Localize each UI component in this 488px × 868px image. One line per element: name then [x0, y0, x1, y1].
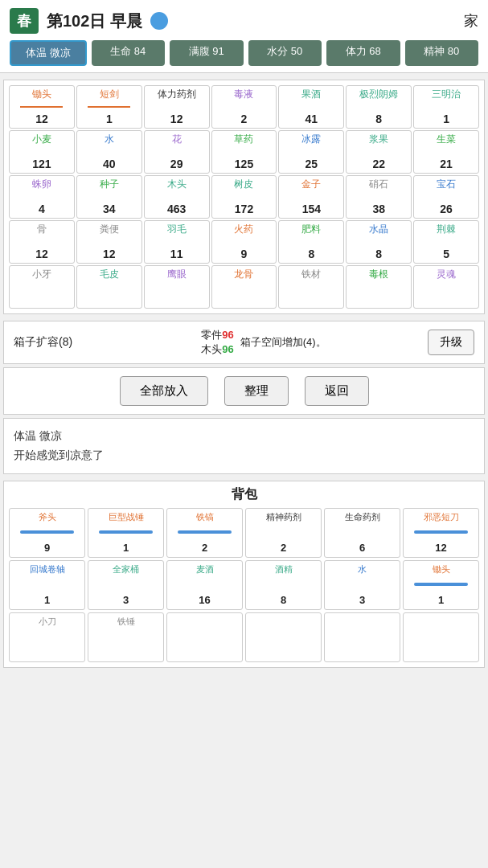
- inventory-item-14[interactable]: 蛛卵4: [9, 175, 75, 219]
- backpack-item-13[interactable]: 铁锤: [88, 612, 164, 662]
- inventory-item-21[interactable]: 骨12: [9, 220, 75, 264]
- inventory-item-1[interactable]: 短剑1: [76, 85, 142, 129]
- blue-circle-icon: [150, 12, 168, 30]
- item-count-24: 9: [241, 248, 248, 260]
- inventory-item-11[interactable]: 冰露25: [278, 130, 344, 174]
- bp-count-8: 16: [199, 594, 210, 606]
- bp-item-name-1: 巨型战锤: [109, 512, 144, 523]
- item-name-29: 毛皮: [100, 268, 119, 280]
- inventory-item-22[interactable]: 粪便12: [76, 220, 142, 264]
- inventory-item-13[interactable]: 生菜21: [413, 130, 479, 174]
- backpack-item-0[interactable]: 斧头9: [9, 508, 85, 558]
- backpack-item-4[interactable]: 生命药剂6: [324, 508, 400, 558]
- bp-count-1: 1: [123, 542, 129, 554]
- inventory-item-9[interactable]: 花29: [144, 130, 210, 174]
- stat-item-3: 水分 50: [248, 40, 322, 66]
- inventory-item-5[interactable]: 极烈朗姆8: [346, 85, 412, 129]
- inventory-item-18[interactable]: 金子154: [278, 175, 344, 219]
- inventory-item-10[interactable]: 草药125: [211, 130, 277, 174]
- inventory-item-3[interactable]: 毒液2: [211, 85, 277, 129]
- bp-item-name-6: 回城卷轴: [30, 564, 65, 575]
- inventory-item-17[interactable]: 树皮172: [211, 175, 277, 219]
- backpack-item-6[interactable]: 回城卷轴1: [9, 560, 85, 610]
- backpack-item-16[interactable]: [324, 612, 400, 662]
- put-all-button[interactable]: 全部放入: [120, 376, 208, 406]
- bp-count-6: 1: [44, 594, 50, 606]
- stat-item-4: 体力 68: [326, 40, 400, 66]
- bp-item-name-11: 锄头: [433, 564, 450, 575]
- item-name-8: 水: [105, 133, 114, 145]
- backpack-item-14[interactable]: [166, 612, 243, 662]
- backpack-item-2[interactable]: 铁镐2: [166, 508, 243, 558]
- bp-item-name-3: 精神药剂: [266, 512, 301, 523]
- item-name-16: 木头: [167, 178, 187, 190]
- inventory-item-4[interactable]: 果酒41: [278, 85, 344, 129]
- backpack-item-17[interactable]: [403, 612, 479, 662]
- inventory-item-15[interactable]: 种子34: [76, 175, 142, 219]
- backpack-item-15[interactable]: [245, 612, 322, 662]
- backpack-item-9[interactable]: 酒精8: [245, 560, 322, 610]
- stat-item-5: 精神 80: [405, 40, 479, 66]
- backpack-item-10[interactable]: 水3: [324, 560, 400, 610]
- backpack-item-3[interactable]: 精神药剂2: [245, 508, 322, 558]
- bp-item-name-13: 铁锤: [117, 616, 135, 628]
- item-name-10: 草药: [234, 133, 253, 145]
- backpack-item-5[interactable]: 邪恶短刀12: [403, 508, 479, 558]
- item-count-0: 12: [35, 113, 48, 125]
- item-name-21: 骨: [37, 223, 47, 235]
- item-count-9: 29: [170, 158, 183, 170]
- bp-item-name-0: 斧头: [39, 512, 56, 523]
- bp-item-name-5: 邪恶短刀: [424, 512, 459, 523]
- inventory-item-31[interactable]: 龙骨: [211, 265, 277, 309]
- inventory-item-0[interactable]: 锄头12: [9, 85, 75, 129]
- inventory-item-16[interactable]: 木头463: [144, 175, 210, 219]
- status-box: 体温 微凉 开始感觉到凉意了: [3, 418, 485, 474]
- item-name-0: 锄头: [32, 88, 51, 100]
- inventory-item-26[interactable]: 水晶8: [346, 220, 412, 264]
- inventory-item-24[interactable]: 火药9: [211, 220, 277, 264]
- inventory-item-19[interactable]: 硝石38: [346, 175, 412, 219]
- bp-count-4: 6: [359, 542, 365, 554]
- inventory-item-20[interactable]: 宝石26: [413, 175, 479, 219]
- stat-item-2: 满腹 91: [170, 40, 244, 66]
- item-count-20: 26: [440, 203, 453, 215]
- inventory-item-29[interactable]: 毛皮: [76, 265, 142, 309]
- inventory-item-30[interactable]: 鹰眼: [144, 265, 210, 309]
- stat-item-0: 体温 微凉: [10, 40, 87, 66]
- back-button[interactable]: 返回: [305, 376, 369, 406]
- item-name-30: 鹰眼: [167, 268, 187, 280]
- inventory-item-8[interactable]: 水40: [76, 130, 142, 174]
- item-count-21: 12: [35, 248, 48, 260]
- item-name-2: 体力药剂: [158, 88, 196, 100]
- backpack-item-1[interactable]: 巨型战锤1: [88, 508, 164, 558]
- backpack-item-12[interactable]: 小刀: [9, 612, 85, 662]
- backpack-item-7[interactable]: 全家桶3: [88, 560, 164, 610]
- inventory-item-23[interactable]: 羽毛11: [144, 220, 210, 264]
- inventory-item-33[interactable]: 毒根: [346, 265, 412, 309]
- upgrade-button[interactable]: 升级: [428, 330, 474, 355]
- item-count-3: 2: [241, 113, 248, 125]
- inventory-item-7[interactable]: 小麦121: [9, 130, 75, 174]
- item-name-26: 水晶: [369, 223, 388, 235]
- item-grid: 锄头12短剑1体力药剂12毒液2果酒41极烈朗姆8三明治1小麦121水40花29…: [9, 85, 479, 309]
- item-name-14: 蛛卵: [32, 178, 51, 190]
- inventory-item-2[interactable]: 体力药剂12: [144, 85, 210, 129]
- upgrade-arrow-text: 箱子空间增加(4)。: [240, 335, 421, 350]
- backpack-item-11[interactable]: 锄头1: [403, 560, 479, 610]
- item-name-1: 短剑: [100, 88, 119, 100]
- item-count-22: 12: [103, 248, 116, 260]
- organize-button[interactable]: 整理: [224, 376, 289, 406]
- backpack-section: 背包 斧头9巨型战锤1铁镐2精神药剂2生命药剂6邪恶短刀12回城卷轴1全家桶3麦…: [3, 481, 485, 668]
- inventory-item-28[interactable]: 小牙: [9, 265, 75, 309]
- inventory-item-6[interactable]: 三明治1: [413, 85, 479, 129]
- inventory-item-34[interactable]: 灵魂: [413, 265, 479, 309]
- inventory-item-27[interactable]: 荆棘5: [413, 220, 479, 264]
- day-title: 第102日 早晨: [47, 10, 142, 32]
- backpack-item-8[interactable]: 麦酒16: [166, 560, 243, 610]
- inventory-item-12[interactable]: 浆果22: [346, 130, 412, 174]
- item-name-31: 龙骨: [234, 268, 253, 280]
- bp-bar-0: [20, 530, 74, 534]
- status-line1: 体温 微凉: [14, 427, 474, 446]
- inventory-item-25[interactable]: 肥料8: [278, 220, 344, 264]
- inventory-item-32[interactable]: 铁材: [278, 265, 344, 309]
